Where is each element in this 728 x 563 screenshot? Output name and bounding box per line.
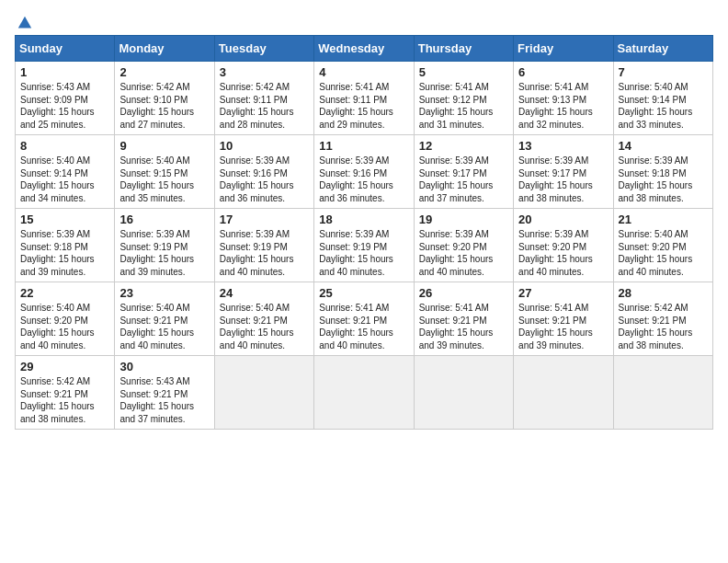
empty-cell <box>613 356 712 430</box>
col-header-monday: Monday <box>115 36 214 62</box>
day-number: 30 <box>119 360 209 373</box>
day-info: Sunrise: 5:42 AMSunset: 9:10 PMDaylight:… <box>119 81 209 131</box>
day-number: 11 <box>319 139 408 153</box>
day-number: 12 <box>419 139 508 153</box>
day-info: Sunrise: 5:40 AMSunset: 9:15 PMDaylight:… <box>119 155 209 204</box>
day-info: Sunrise: 5:39 AMSunset: 9:19 PMDaylight:… <box>319 228 408 278</box>
empty-cell <box>514 356 613 430</box>
day-info: Sunrise: 5:40 AMSunset: 9:21 PMDaylight:… <box>119 302 209 351</box>
day-info: Sunrise: 5:41 AMSunset: 9:13 PMDaylight:… <box>518 81 608 131</box>
day-cell-16: 16Sunrise: 5:39 AMSunset: 9:19 PMDayligh… <box>115 209 214 282</box>
day-info: Sunrise: 5:41 AMSunset: 9:12 PMDaylight:… <box>419 81 508 131</box>
day-number: 2 <box>119 65 209 79</box>
day-cell-10: 10Sunrise: 5:39 AMSunset: 9:16 PMDayligh… <box>214 135 313 209</box>
logo-icon <box>17 15 33 31</box>
day-cell-3: 3Sunrise: 5:42 AMSunset: 9:11 PMDaylight… <box>214 62 313 135</box>
day-number: 20 <box>518 213 608 226</box>
day-number: 4 <box>319 65 408 79</box>
day-cell-2: 2Sunrise: 5:42 AMSunset: 9:10 PMDaylight… <box>115 62 214 135</box>
day-cell-11: 11Sunrise: 5:39 AMSunset: 9:16 PMDayligh… <box>314 135 414 209</box>
col-header-friday: Friday <box>514 36 613 62</box>
day-cell-9: 9Sunrise: 5:40 AMSunset: 9:15 PMDaylight… <box>115 135 214 209</box>
day-cell-27: 27Sunrise: 5:41 AMSunset: 9:21 PMDayligh… <box>514 282 613 356</box>
day-cell-14: 14Sunrise: 5:39 AMSunset: 9:18 PMDayligh… <box>613 135 712 209</box>
day-cell-24: 24Sunrise: 5:40 AMSunset: 9:21 PMDayligh… <box>214 282 313 356</box>
day-cell-4: 4Sunrise: 5:41 AMSunset: 9:11 PMDaylight… <box>314 62 414 135</box>
day-cell-25: 25Sunrise: 5:41 AMSunset: 9:21 PMDayligh… <box>314 282 414 356</box>
day-cell-29: 29Sunrise: 5:42 AMSunset: 9:21 PMDayligh… <box>16 356 115 430</box>
day-number: 25 <box>319 286 408 300</box>
day-info: Sunrise: 5:39 AMSunset: 9:18 PMDaylight:… <box>619 155 708 204</box>
calendar-week-3: 15Sunrise: 5:39 AMSunset: 9:18 PMDayligh… <box>16 209 713 282</box>
day-number: 27 <box>518 286 608 300</box>
day-info: Sunrise: 5:42 AMSunset: 9:21 PMDaylight:… <box>619 302 708 351</box>
day-cell-22: 22Sunrise: 5:40 AMSunset: 9:20 PMDayligh… <box>16 282 115 356</box>
col-header-wednesday: Wednesday <box>314 36 414 62</box>
day-number: 1 <box>20 65 109 79</box>
empty-cell <box>314 356 414 430</box>
day-info: Sunrise: 5:39 AMSunset: 9:20 PMDaylight:… <box>419 228 508 278</box>
day-info: Sunrise: 5:39 AMSunset: 9:16 PMDaylight:… <box>319 155 408 204</box>
logo <box>15 15 33 28</box>
day-info: Sunrise: 5:39 AMSunset: 9:17 PMDaylight:… <box>419 155 508 204</box>
day-info: Sunrise: 5:42 AMSunset: 9:21 PMDaylight:… <box>20 375 109 425</box>
day-info: Sunrise: 5:41 AMSunset: 9:21 PMDaylight:… <box>419 302 508 351</box>
day-number: 8 <box>20 139 109 153</box>
svg-marker-0 <box>18 17 31 29</box>
day-cell-12: 12Sunrise: 5:39 AMSunset: 9:17 PMDayligh… <box>414 135 513 209</box>
day-info: Sunrise: 5:39 AMSunset: 9:19 PMDaylight:… <box>119 228 209 278</box>
day-cell-20: 20Sunrise: 5:39 AMSunset: 9:20 PMDayligh… <box>514 209 613 282</box>
day-cell-8: 8Sunrise: 5:40 AMSunset: 9:14 PMDaylight… <box>16 135 115 209</box>
day-info: Sunrise: 5:40 AMSunset: 9:20 PMDaylight:… <box>20 302 109 351</box>
day-info: Sunrise: 5:39 AMSunset: 9:20 PMDaylight:… <box>518 228 608 278</box>
day-number: 13 <box>518 139 608 153</box>
day-info: Sunrise: 5:39 AMSunset: 9:16 PMDaylight:… <box>220 155 309 204</box>
day-info: Sunrise: 5:40 AMSunset: 9:21 PMDaylight:… <box>220 302 309 351</box>
day-number: 18 <box>319 213 408 226</box>
day-cell-1: 1Sunrise: 5:43 AMSunset: 9:09 PMDaylight… <box>16 62 115 135</box>
day-number: 29 <box>20 360 109 373</box>
day-number: 24 <box>220 286 309 300</box>
day-cell-18: 18Sunrise: 5:39 AMSunset: 9:19 PMDayligh… <box>314 209 414 282</box>
day-info: Sunrise: 5:39 AMSunset: 9:19 PMDaylight:… <box>220 228 309 278</box>
day-cell-28: 28Sunrise: 5:42 AMSunset: 9:21 PMDayligh… <box>613 282 712 356</box>
day-cell-26: 26Sunrise: 5:41 AMSunset: 9:21 PMDayligh… <box>414 282 513 356</box>
day-number: 6 <box>518 65 608 79</box>
day-cell-13: 13Sunrise: 5:39 AMSunset: 9:17 PMDayligh… <box>514 135 613 209</box>
empty-cell <box>414 356 513 430</box>
day-number: 15 <box>20 213 109 226</box>
day-number: 22 <box>20 286 109 300</box>
day-cell-19: 19Sunrise: 5:39 AMSunset: 9:20 PMDayligh… <box>414 209 513 282</box>
day-cell-17: 17Sunrise: 5:39 AMSunset: 9:19 PMDayligh… <box>214 209 313 282</box>
day-cell-7: 7Sunrise: 5:40 AMSunset: 9:14 PMDaylight… <box>613 62 712 135</box>
day-info: Sunrise: 5:41 AMSunset: 9:11 PMDaylight:… <box>319 81 408 131</box>
day-number: 10 <box>220 139 309 153</box>
day-number: 5 <box>419 65 508 79</box>
calendar-week-2: 8Sunrise: 5:40 AMSunset: 9:14 PMDaylight… <box>16 135 713 209</box>
day-info: Sunrise: 5:39 AMSunset: 9:17 PMDaylight:… <box>518 155 608 204</box>
day-info: Sunrise: 5:40 AMSunset: 9:20 PMDaylight:… <box>619 228 708 278</box>
page-header <box>15 15 713 28</box>
day-number: 19 <box>419 213 508 226</box>
day-info: Sunrise: 5:40 AMSunset: 9:14 PMDaylight:… <box>619 81 708 131</box>
day-info: Sunrise: 5:41 AMSunset: 9:21 PMDaylight:… <box>319 302 408 351</box>
day-number: 23 <box>119 286 209 300</box>
day-cell-21: 21Sunrise: 5:40 AMSunset: 9:20 PMDayligh… <box>613 209 712 282</box>
day-number: 14 <box>619 139 708 153</box>
col-header-sunday: Sunday <box>16 36 115 62</box>
day-info: Sunrise: 5:42 AMSunset: 9:11 PMDaylight:… <box>220 81 309 131</box>
day-number: 9 <box>119 139 209 153</box>
day-cell-30: 30Sunrise: 5:43 AMSunset: 9:21 PMDayligh… <box>115 356 214 430</box>
day-cell-23: 23Sunrise: 5:40 AMSunset: 9:21 PMDayligh… <box>115 282 214 356</box>
calendar-week-1: 1Sunrise: 5:43 AMSunset: 9:09 PMDaylight… <box>16 62 713 135</box>
day-info: Sunrise: 5:39 AMSunset: 9:18 PMDaylight:… <box>20 228 109 278</box>
day-cell-6: 6Sunrise: 5:41 AMSunset: 9:13 PMDaylight… <box>514 62 613 135</box>
day-number: 17 <box>220 213 309 226</box>
empty-cell <box>214 356 313 430</box>
calendar-header-row: SundayMondayTuesdayWednesdayThursdayFrid… <box>16 36 713 62</box>
day-number: 7 <box>619 65 708 79</box>
day-number: 28 <box>619 286 708 300</box>
col-header-thursday: Thursday <box>414 36 513 62</box>
day-cell-15: 15Sunrise: 5:39 AMSunset: 9:18 PMDayligh… <box>16 209 115 282</box>
calendar-table: SundayMondayTuesdayWednesdayThursdayFrid… <box>15 35 713 430</box>
